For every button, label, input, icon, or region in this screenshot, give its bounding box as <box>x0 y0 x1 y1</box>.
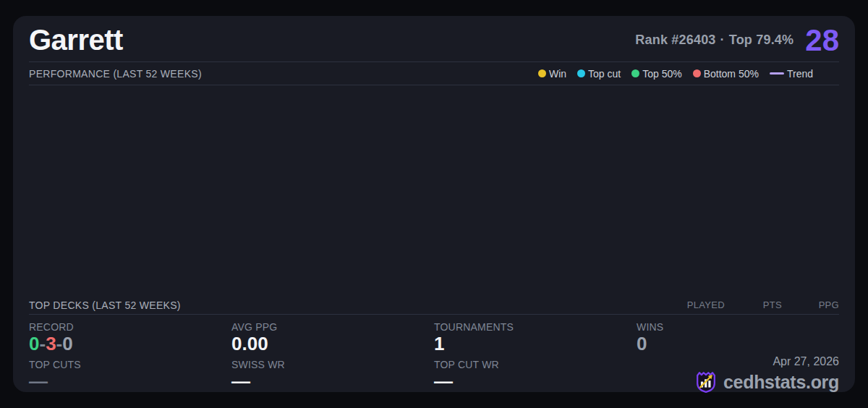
chart-legend: Win Top cut Top 50% Bottom 50% Trend <box>538 68 813 80</box>
top-cut-wr-value: — <box>434 371 637 393</box>
swiss-wr-value: — <box>231 371 434 393</box>
column-pts: PTS <box>725 299 782 310</box>
top-cuts-value: — <box>29 371 231 393</box>
stats-grid: RECORD 0-3-0 TOP CUTS — AVG PPG 0.00 SWI… <box>29 315 839 394</box>
legend-bottom-50: Bottom 50% <box>693 68 759 80</box>
date-label: Apr 27, 2026 <box>694 355 839 368</box>
column-ppg: PPG <box>782 299 839 310</box>
brand-name: cedhstats.org <box>723 372 839 393</box>
header-right: Rank #26403·Top 79.4% 28 <box>635 25 839 56</box>
performance-header: PERFORMANCE (LAST 52 WEEKS) Win Top cut … <box>29 62 839 85</box>
stat-column-2: AVG PPG 0.00 SWISS WR — <box>231 321 434 396</box>
performance-title: PERFORMANCE (LAST 52 WEEKS) <box>29 68 202 80</box>
rank-line: Rank #26403·Top 79.4% <box>635 33 793 48</box>
legend-top-50-label: Top 50% <box>642 68 681 80</box>
footer-branding: Apr 27, 2026 cedhstats.org <box>694 355 839 394</box>
performance-chart <box>29 85 839 296</box>
legend-win-label: Win <box>549 68 566 80</box>
cedhstats-logo-icon <box>694 370 718 394</box>
bottom-50-dot-icon <box>693 69 701 77</box>
top-percent: Top 79.4% <box>729 33 794 47</box>
record-wins: 0 <box>29 333 39 354</box>
rank-separator: · <box>720 33 725 47</box>
record-value: 0-3-0 <box>29 333 231 355</box>
stat-column-1: RECORD 0-3-0 TOP CUTS — <box>29 321 231 396</box>
trend-line-icon <box>770 72 784 75</box>
top-cut-wr-label: TOP CUT WR <box>434 359 637 370</box>
wins-value: 0 <box>637 333 839 355</box>
tournaments-label: TOURNAMENTS <box>434 321 637 333</box>
record-separator: - <box>39 333 46 354</box>
avg-ppg-value: 0.00 <box>231 333 434 355</box>
player-score: 28 <box>805 25 839 56</box>
legend-top-cut-label: Top cut <box>588 68 621 80</box>
top-cut-dot-icon <box>577 69 585 77</box>
top-decks-header: TOP DECKS (LAST 52 WEEKS) PLAYED PTS PPG <box>29 296 839 315</box>
tournaments-value: 1 <box>434 333 637 355</box>
legend-win: Win <box>538 68 566 80</box>
legend-trend-label: Trend <box>787 68 813 80</box>
top-50-dot-icon <box>631 69 639 77</box>
record-label: RECORD <box>29 321 231 333</box>
top-decks-columns: PLAYED PTS PPG <box>668 299 839 310</box>
player-stats-card: Garrett Rank #26403·Top 79.4% 28 PERFORM… <box>13 16 855 392</box>
rank-label: Rank #26403 <box>635 33 715 47</box>
column-played: PLAYED <box>668 299 725 310</box>
card-header: Garrett Rank #26403·Top 79.4% 28 <box>29 16 839 62</box>
swiss-wr-label: SWISS WR <box>231 359 434 370</box>
record-draws: 0 <box>62 333 72 354</box>
player-name: Garrett <box>29 24 123 56</box>
wins-label: WINS <box>637 321 839 333</box>
legend-bottom-50-label: Bottom 50% <box>704 68 759 80</box>
legend-top-50: Top 50% <box>631 68 681 80</box>
avg-ppg-label: AVG PPG <box>231 321 434 333</box>
win-dot-icon <box>538 69 546 77</box>
legend-top-cut: Top cut <box>577 68 621 80</box>
top-cuts-label: TOP CUTS <box>29 359 231 370</box>
legend-trend: Trend <box>770 68 813 80</box>
record-separator: - <box>56 333 63 354</box>
record-losses: 3 <box>46 333 56 354</box>
stat-column-3: TOURNAMENTS 1 TOP CUT WR — <box>434 321 637 396</box>
top-decks-title: TOP DECKS (LAST 52 WEEKS) <box>29 299 181 311</box>
brand-row: cedhstats.org <box>694 370 839 394</box>
